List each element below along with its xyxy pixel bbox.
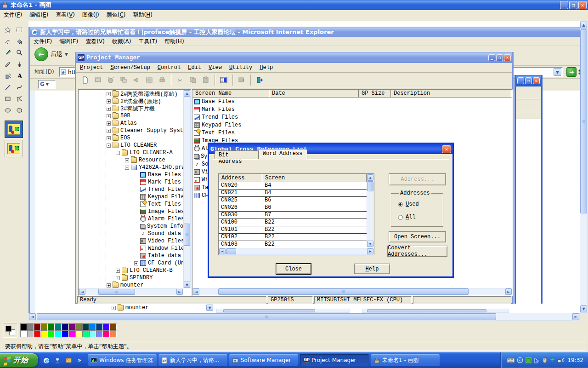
tree-item-atlas[interactable]: +Atlas [79,120,183,127]
outlook-quicklaunch-icon[interactable] [65,356,72,364]
scroll-down-button[interactable]: ▼ [580,305,587,312]
expand-icon[interactable]: + [107,92,111,96]
tool-rounded-rectangle[interactable] [13,104,25,116]
tree-item-base-files[interactable]: Base Files [79,171,183,178]
palette-color-swatch[interactable] [34,323,41,330]
expand-icon[interactable]: + [107,121,111,126]
go-button[interactable]: → [566,67,577,77]
table-vertical-scrollbar[interactable]: ▲ ▼ [367,174,374,247]
palette-color-swatch[interactable] [27,323,34,330]
menu-item-文件-f[interactable]: 文件(F) [30,37,56,46]
scrollbar-thumb[interactable] [226,248,236,254]
close-button[interactable]: ✕ [533,77,540,84]
tree-item-cf-card-und[interactable]: +CF Card (Und [79,259,183,267]
palette-color-swatch[interactable] [75,330,82,337]
dialog-close-button[interactable]: ✕ [442,145,451,153]
expand-icon[interactable]: + [125,158,129,162]
palette-color-swatch[interactable] [68,323,75,330]
menu-item-screen-setup[interactable]: Screen/Setup [107,63,153,72]
tool-free-select[interactable] [2,24,13,35]
table-horizontal-scrollbar[interactable]: ◄ ► [219,248,374,255]
pm-minimize-button[interactable]: _ [488,54,495,61]
palette-color-swatch[interactable] [110,323,117,330]
menu-item-文件-f[interactable]: 文件(F) [0,10,26,20]
menu-item-图像-i[interactable]: 图像(I) [79,10,103,20]
menu-item-收藏-a[interactable]: 收藏(A) [108,37,135,46]
column-header-gp-size[interactable]: GP Size [359,90,391,98]
close-button[interactable]: Close [276,264,311,274]
tree-item-lto-cleaner-b[interactable]: +LTO CLEANER-B [79,267,183,274]
minimize-button[interactable]: _ [517,77,524,84]
google-search-box[interactable]: G ▼ [38,80,56,89]
menu-item-project[interactable]: Project [76,63,107,72]
start-button[interactable]: 开始 [0,353,38,367]
scroll-right-button[interactable]: ► [572,313,579,320]
display-tray-icon[interactable] [526,357,531,363]
tree-item-lto-cleaner-a[interactable]: -LTO CLEANER-A [79,149,183,156]
tab-bit-address[interactable]: Bit Address [215,150,259,160]
palette-color-swatch[interactable] [103,330,110,337]
back-button[interactable]: ← 后退 ▼ [34,47,68,61]
list-item-keypad-files[interactable]: Keypad Files [192,121,512,129]
menu-item-帮助-h[interactable]: 帮助(H) [161,37,187,46]
paint-horizontal-scrollbar[interactable]: ◄ ► [28,313,580,321]
scroll-up-button[interactable]: ▲ [580,22,587,29]
palette-color-swatch[interactable] [27,330,34,337]
tool-airbrush[interactable] [2,70,13,81]
network-tray-icon[interactable] [557,357,565,363]
scrollbar-thumb[interactable] [367,181,373,191]
tree-item-3-宥誠下片機[interactable]: +3#宥誠下片機 [79,105,183,112]
scroll-right-button[interactable]: ► [505,288,512,295]
list-item-text-files[interactable]: Text Files [192,129,512,137]
table-row[interactable]: CN030B7 [219,212,367,219]
tree-item-video-files[interactable]: Video Files [79,237,183,245]
tree-item-spindry[interactable]: +SPINDRY [79,274,183,282]
scroll-right-button[interactable]: ► [176,289,183,295]
palette-color-swatch[interactable] [62,323,68,330]
scrollbar-thumb[interactable] [98,289,135,295]
open-screen-button[interactable]: Open Screen... [389,231,446,242]
tree-item-cleaner-supply-system[interactable]: +Cleaner Supply System [79,127,183,134]
radio-all[interactable]: All [398,214,443,220]
scrollbar-thumb[interactable] [37,313,496,320]
tree-item-window-files[interactable]: Window Files [79,245,183,252]
address-dropdown-button[interactable]: ▼ [554,68,561,76]
convert-addresses-button[interactable]: Convert Addresses... [387,246,447,257]
expand-icon[interactable]: + [107,99,111,104]
list-item-mark-files[interactable]: Mark Files [192,105,512,113]
scroll-left-button[interactable]: ◄ [219,248,226,254]
expand-icon[interactable]: + [107,107,111,111]
paint-tool-options-box-2[interactable] [5,140,23,157]
menu-item-编辑-e[interactable]: 编辑(E) [56,37,82,46]
tree-item-eos[interactable]: +EOS [79,134,183,142]
column-header-screen[interactable]: Screen [262,174,367,182]
tree-item-trend-files[interactable]: Trend Files [79,186,183,193]
palette-color-swatch[interactable] [62,330,68,337]
taskbar-button-未命名1-画图[interactable]: 未命名1 - 画图 [371,354,440,366]
tool-polygon[interactable] [13,93,25,104]
taskbar-button-新人学习中-请路[interactable]: e新人学习中，请路... [158,354,227,366]
cursor-tray-icon[interactable] [534,357,540,363]
tree-item-resource[interactable]: +Resource [79,156,183,164]
keyboard-tray-icon[interactable] [507,357,514,363]
expand-icon[interactable]: + [107,136,111,140]
tool-fill[interactable] [13,35,25,47]
scroll-left-button[interactable]: ◄ [193,288,199,295]
expand-icon[interactable]: - [125,166,129,170]
mouse-tray-icon[interactable] [542,357,548,363]
scroll-up-button[interactable]: ▲ [184,90,190,97]
palette-color-swatch[interactable] [82,330,89,337]
scroll-left-button[interactable]: ◄ [29,313,36,320]
pm-close-button[interactable]: ✕ [504,54,511,61]
list-item-base-files[interactable]: Base Files [192,98,512,105]
table-row[interactable]: CN101B22 [219,226,367,234]
palette-color-swatch[interactable] [20,323,27,330]
taskbar-button-software-manager[interactable]: Software Manager [229,354,298,366]
menu-item-help[interactable]: Help [256,63,277,72]
scrollbar-thumb[interactable] [580,29,587,213]
tool-curve[interactable] [13,81,25,93]
new-project-toolbar-button[interactable] [79,74,91,86]
paint-vertical-scrollbar[interactable]: ▲ ▼ [580,21,588,313]
tree-item-system-infor[interactable]: System Infor [79,223,183,230]
expand-icon[interactable]: - [107,144,111,148]
